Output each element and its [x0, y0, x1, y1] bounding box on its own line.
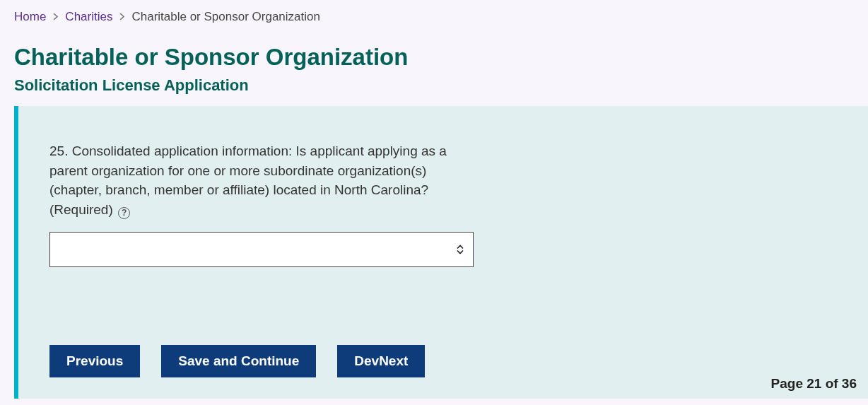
- devnext-button[interactable]: DevNext: [337, 345, 425, 377]
- question-label: 25. Consolidated application information…: [49, 141, 474, 219]
- save-continue-button[interactable]: Save and Continue: [161, 345, 316, 377]
- breadcrumb-current: Charitable or Sponsor Organization: [131, 10, 319, 24]
- breadcrumb: Home Charities Charitable or Sponsor Org…: [0, 0, 868, 31]
- consolidated-application-select[interactable]: [49, 232, 474, 267]
- breadcrumb-charities[interactable]: Charities: [65, 10, 112, 24]
- chevron-right-icon: [119, 11, 124, 23]
- chevron-right-icon: [53, 11, 58, 23]
- select-wrap: [49, 232, 474, 267]
- question-text: 25. Consolidated application information…: [49, 143, 447, 217]
- help-icon[interactable]: ?: [118, 207, 130, 219]
- page-indicator: Page 21 of 36: [771, 376, 857, 392]
- previous-button[interactable]: Previous: [49, 345, 140, 377]
- button-row: Previous Save and Continue DevNext: [49, 345, 837, 377]
- breadcrumb-home[interactable]: Home: [14, 10, 46, 24]
- form-panel: 25. Consolidated application information…: [14, 106, 868, 399]
- page-subtitle: Solicitation License Application: [0, 74, 868, 106]
- page-title: Charitable or Sponsor Organization: [0, 31, 868, 74]
